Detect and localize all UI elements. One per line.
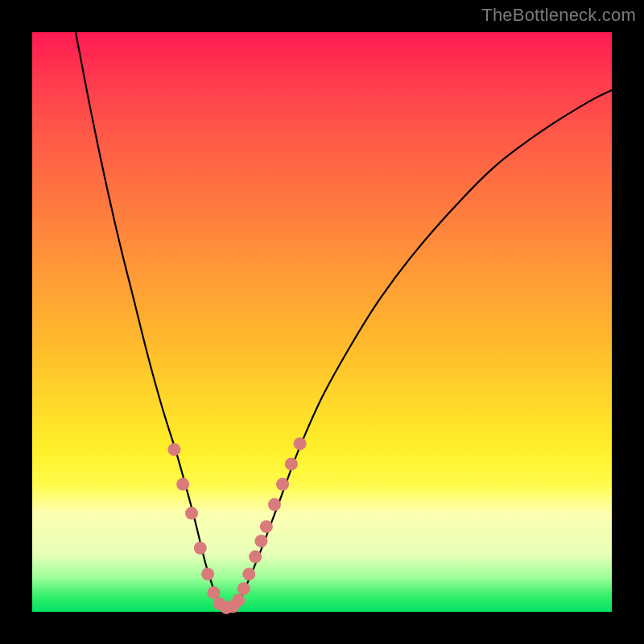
bottleneck-curve [76, 32, 612, 609]
curve-marker [201, 568, 214, 580]
curve-marker [232, 594, 245, 607]
curve-marker [249, 551, 262, 564]
chart-frame: TheBottleneck.com [0, 0, 644, 644]
curve-marker [167, 443, 180, 456]
curve-marker [254, 535, 267, 547]
watermark-text: TheBottleneck.com [481, 5, 636, 26]
curve-marker [260, 520, 273, 533]
curve-marker [268, 498, 281, 511]
curve-marker [294, 437, 307, 450]
curve-marker [176, 478, 189, 491]
curve-marker [276, 478, 289, 491]
curve-marker [242, 568, 255, 580]
curve-marker [185, 507, 198, 520]
chart-overlay [32, 32, 612, 612]
curve-markers [167, 437, 306, 614]
curve-marker [237, 582, 250, 595]
curve-marker [207, 586, 220, 599]
bottleneck-curve-path [76, 32, 612, 609]
curve-marker [285, 457, 298, 470]
curve-marker [194, 542, 207, 555]
